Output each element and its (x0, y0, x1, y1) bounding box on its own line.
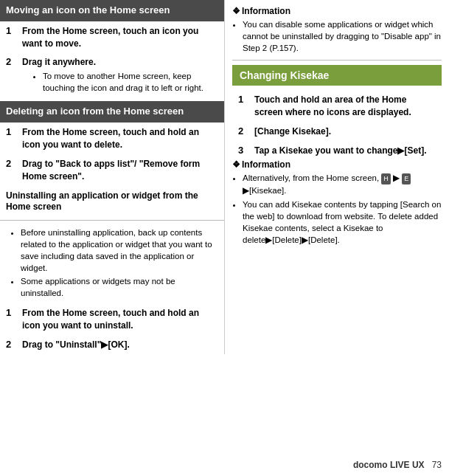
footer-brand: docomo LIVE UX (353, 460, 425, 470)
page-number: 73 (432, 460, 442, 470)
step-text: [Change Kisekae]. (254, 125, 331, 138)
step2-content: Drag it anywhere. To move to another Hom… (22, 56, 218, 98)
step-num: 3 (238, 145, 250, 156)
step2-bullet: To move to another Home screen, keep tou… (43, 70, 212, 94)
changing-header: Changing Kisekae (232, 65, 442, 86)
intro-bullet1: Before uninstalling application, back up… (21, 227, 218, 274)
info1-bullets: You can disable some applications or wid… (232, 18, 442, 54)
section3-step1: 1 From the Home screen, touch and hold a… (0, 303, 224, 335)
step-text: Drag to "Uninstall"▶[OK]. (22, 339, 130, 351)
info2-bullet2: You can add Kisekae contents by tapping … (243, 199, 442, 246)
section1-step1: 1 From the Home screen, touch an icon yo… (0, 21, 224, 53)
right-column: ❖ Information You can disable some appli… (225, 0, 449, 354)
section2-step1: 1 From the Home screen, touch and hold a… (0, 123, 224, 154)
info2-bullet1: Alternatively, from the Home screen, H ▶… (243, 172, 442, 196)
step-text: Drag to "Back to apps list"/ "Remove for… (22, 158, 218, 183)
changing-step3: 3 Tap a Kisekae you want to change▶[Set]… (232, 141, 442, 160)
info2-header: ❖ Information (232, 159, 442, 170)
page-wrapper: Moving an icon on the Home screen 1 From… (0, 0, 449, 476)
menu-icon: E (402, 173, 411, 184)
left-column: Moving an icon on the Home screen 1 From… (0, 0, 225, 354)
step-text: Tap a Kisekae you want to change▶[Set]. (254, 145, 427, 157)
step-num: 2 (238, 125, 250, 137)
info1-header: ❖ Information (232, 6, 442, 16)
step-num: 2 (6, 56, 18, 67)
info2-label: Information (242, 159, 290, 170)
diamond-icon: ❖ (232, 6, 240, 16)
home-icon: H (381, 173, 391, 184)
cols-wrapper: Moving an icon on the Home screen 1 From… (0, 0, 449, 354)
step-text: From the Home screen, touch an icon you … (22, 25, 218, 50)
step-text: From the Home screen, touch and hold an … (22, 126, 218, 151)
step-num: 1 (6, 25, 18, 36)
step-num: 1 (238, 94, 250, 105)
changing-step1: 1 Touch and hold an area of the Home scr… (232, 90, 442, 122)
footer: docomo LIVE UX 73 (353, 460, 442, 470)
step-num: 1 (6, 307, 18, 318)
info2-section: ❖ Information Alternatively, from the Ho… (232, 159, 442, 246)
step-num: 2 (6, 339, 18, 350)
section2-header: Deleting an icon from the Home screen (0, 101, 224, 123)
divider (0, 220, 224, 221)
step-text: Touch and hold an area of the Home scree… (254, 94, 436, 119)
section3-intro-bullets: Before uninstalling application, back up… (0, 225, 224, 304)
section3-title: Uninstalling an application or widget fr… (0, 186, 224, 215)
intro-bullet2: Some applications or widgets may not be … (21, 275, 218, 299)
section2-step2: 2 Drag to "Back to apps list"/ "Remove f… (0, 154, 224, 186)
info2-bullets: Alternatively, from the Home screen, H ▶… (232, 172, 442, 246)
section1-header: Moving an icon on the Home screen (0, 0, 224, 21)
bullet1-end: ▶[Kisekae]. (243, 186, 287, 195)
bullet1-text: Alternatively, from the Home screen, (243, 173, 379, 182)
arrow1: ▶ (393, 173, 400, 182)
info1-section: ❖ Information You can disable some appli… (232, 6, 442, 54)
section3-step2: 2 Drag to "Uninstall"▶[OK]. (0, 335, 224, 354)
step2-bullets: To move to another Home screen, keep tou… (22, 69, 218, 98)
info1-bullet: You can disable some applications or wid… (243, 18, 442, 54)
info1-label: Information (242, 6, 290, 16)
step-num: 2 (6, 158, 18, 169)
changing-step2: 2 [Change Kisekae]. (232, 122, 442, 141)
divider2 (232, 60, 442, 61)
diamond-icon2: ❖ (232, 159, 240, 170)
step2-label: Drag it anywhere. (22, 57, 96, 67)
step-text: From the Home screen, touch and hold an … (22, 307, 218, 332)
step-num: 1 (6, 126, 18, 137)
section1-step2: 2 Drag it anywhere. To move to another H… (0, 52, 224, 101)
